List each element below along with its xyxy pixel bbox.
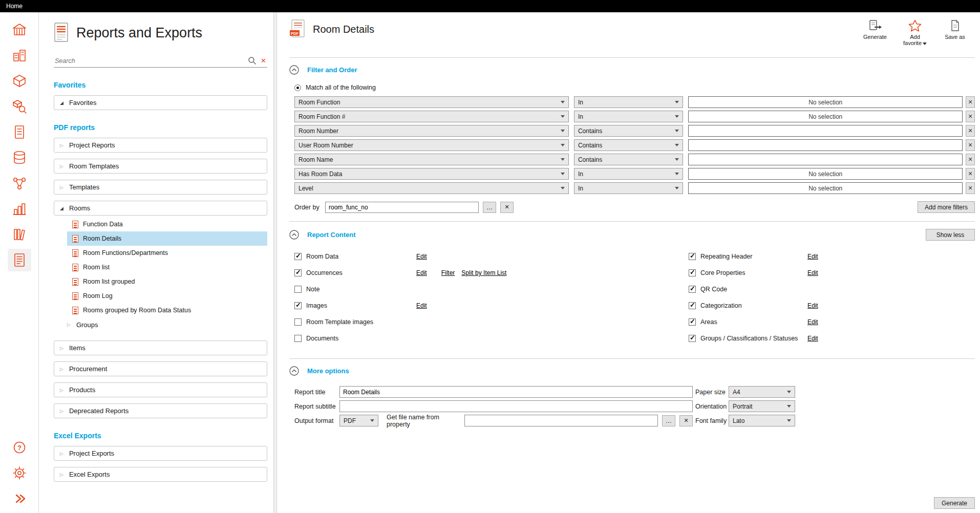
- sidebar-item-templates[interactable]: Templates: [54, 180, 267, 195]
- filter-operator-select[interactable]: Contains: [574, 154, 683, 165]
- sidebar-item-project-reports[interactable]: Project Reports: [54, 138, 267, 153]
- project-model-icon[interactable]: [8, 18, 31, 41]
- core-properties-checkbox[interactable]: [689, 269, 696, 276]
- filter-value-input[interactable]: [688, 154, 963, 165]
- areas-checkbox[interactable]: [689, 318, 696, 326]
- filter-link[interactable]: Filter: [441, 269, 455, 276]
- settings-gear-icon[interactable]: [8, 462, 31, 484]
- filter-operator-select[interactable]: In: [574, 96, 683, 108]
- images-checkbox[interactable]: [294, 302, 302, 309]
- edit-link[interactable]: Edit: [807, 269, 818, 276]
- report-subtitle-input[interactable]: [339, 400, 693, 412]
- remove-filter-button[interactable]: [966, 125, 975, 137]
- match-all-radio[interactable]: [294, 84, 301, 91]
- font-family-select[interactable]: Lato: [729, 415, 795, 426]
- tree-item-groups[interactable]: Groups: [54, 317, 267, 332]
- products-search-icon[interactable]: [8, 95, 31, 118]
- collapse-section-icon[interactable]: [289, 366, 299, 376]
- save-as-button[interactable]: Save as: [941, 19, 969, 46]
- filter-value-select[interactable]: No selection: [688, 111, 963, 122]
- filter-field-select[interactable]: User Room Number: [294, 139, 569, 151]
- sidebar-item-items[interactable]: Items: [54, 340, 267, 355]
- sidebar-item-excel-exports[interactable]: Excel Exports: [54, 467, 267, 482]
- remove-filter-button[interactable]: [966, 139, 975, 151]
- search-input[interactable]: [55, 57, 244, 65]
- filter-value-select[interactable]: No selection: [688, 168, 963, 180]
- reports-icon[interactable]: [8, 249, 31, 271]
- room-data-checkbox[interactable]: [294, 253, 302, 260]
- panel-splitter[interactable]: [273, 12, 277, 513]
- remove-filter-button[interactable]: [966, 154, 975, 165]
- filter-operator-select[interactable]: In: [574, 111, 683, 122]
- document-icon[interactable]: [8, 121, 31, 143]
- collapse-section-icon[interactable]: [289, 65, 299, 75]
- filter-field-select[interactable]: Room Number: [294, 125, 569, 137]
- process-flow-icon[interactable]: [8, 172, 31, 195]
- tree-item-room-functions-departments[interactable]: Room Functions/Departments: [67, 246, 267, 260]
- sidebar-item-deprecated-reports[interactable]: Deprecated Reports: [54, 403, 267, 418]
- filter-operator-select[interactable]: Contains: [574, 125, 683, 137]
- filter-operator-select[interactable]: In: [574, 168, 683, 180]
- order-by-clear-button[interactable]: [500, 202, 514, 213]
- filter-field-select[interactable]: Room Function #: [294, 111, 569, 122]
- buildings-icon[interactable]: [8, 44, 31, 67]
- report-title-input[interactable]: [339, 386, 693, 398]
- tree-item-room-log[interactable]: Room Log: [67, 289, 267, 303]
- expand-sidebar-icon[interactable]: [8, 487, 31, 510]
- groups-classifications-statuses-checkbox[interactable]: [689, 335, 696, 342]
- order-by-input[interactable]: [325, 202, 479, 213]
- generate-report-button[interactable]: Generate: [934, 497, 975, 509]
- qr-code-checkbox[interactable]: [689, 286, 696, 293]
- database-icon[interactable]: [8, 146, 31, 169]
- items-cube-icon[interactable]: [8, 70, 31, 92]
- filter-field-select[interactable]: Room Name: [294, 154, 569, 165]
- filter-value-input[interactable]: [688, 125, 963, 137]
- add-more-filters-button[interactable]: Add more filters: [918, 201, 975, 213]
- note-checkbox[interactable]: [294, 286, 302, 293]
- paper-size-select[interactable]: A4: [729, 386, 795, 398]
- room-template-images-checkbox[interactable]: [294, 318, 302, 326]
- output-format-select[interactable]: PDF: [339, 415, 378, 426]
- edit-link[interactable]: Edit: [416, 302, 427, 309]
- edit-link[interactable]: Edit: [807, 302, 818, 309]
- remove-filter-button[interactable]: [966, 182, 975, 194]
- filter-value-select[interactable]: No selection: [688, 182, 963, 194]
- edit-link[interactable]: Edit: [807, 318, 818, 326]
- sidebar-item-project-exports[interactable]: Project Exports: [54, 446, 267, 461]
- chart-buildings-icon[interactable]: [8, 198, 31, 220]
- remove-filter-button[interactable]: [966, 168, 975, 180]
- filter-field-select[interactable]: Level: [294, 182, 569, 194]
- tree-item-room-list-grouped[interactable]: Room list grouped: [67, 274, 267, 289]
- edit-link[interactable]: Edit: [416, 253, 427, 260]
- sidebar-item-room-templates[interactable]: Room Templates: [54, 159, 267, 174]
- filter-field-select[interactable]: Room Function: [294, 96, 569, 108]
- library-icon[interactable]: [8, 223, 31, 246]
- help-icon[interactable]: ?: [8, 436, 31, 459]
- remove-filter-button[interactable]: [966, 96, 975, 108]
- sidebar-item-rooms[interactable]: Rooms: [54, 201, 267, 216]
- categorization-checkbox[interactable]: [689, 302, 696, 309]
- home-menu[interactable]: Home: [6, 3, 23, 10]
- show-less-button[interactable]: Show less: [926, 229, 975, 241]
- sidebar-item-favorites[interactable]: Favorites: [54, 95, 267, 110]
- collapse-section-icon[interactable]: [289, 230, 299, 240]
- edit-link[interactable]: Edit: [416, 269, 427, 276]
- split-by-item-list-link[interactable]: Split by Item List: [461, 269, 506, 276]
- filename-property-input[interactable]: [464, 415, 658, 426]
- generate-action-button[interactable]: Generate: [861, 19, 889, 46]
- filename-clear-button[interactable]: [679, 415, 693, 426]
- sidebar-item-procurement[interactable]: Procurement: [54, 361, 267, 376]
- occurrences-checkbox[interactable]: [294, 269, 302, 276]
- add-favorite-button[interactable]: Add favorite: [901, 19, 929, 46]
- filename-browse-button[interactable]: [662, 415, 675, 426]
- filter-value-input[interactable]: [688, 139, 963, 151]
- tree-item-room-list[interactable]: Room list: [67, 260, 267, 274]
- filter-field-select[interactable]: Has Room Data: [294, 168, 569, 180]
- edit-link[interactable]: Edit: [807, 335, 818, 342]
- orientation-select[interactable]: Portrait: [729, 400, 795, 412]
- repeating-header-checkbox[interactable]: [689, 253, 696, 260]
- order-by-browse-button[interactable]: [483, 202, 496, 213]
- tree-item-function-data[interactable]: Function Data: [67, 217, 267, 231]
- filter-operator-select[interactable]: In: [574, 182, 683, 194]
- documents-checkbox[interactable]: [294, 335, 302, 342]
